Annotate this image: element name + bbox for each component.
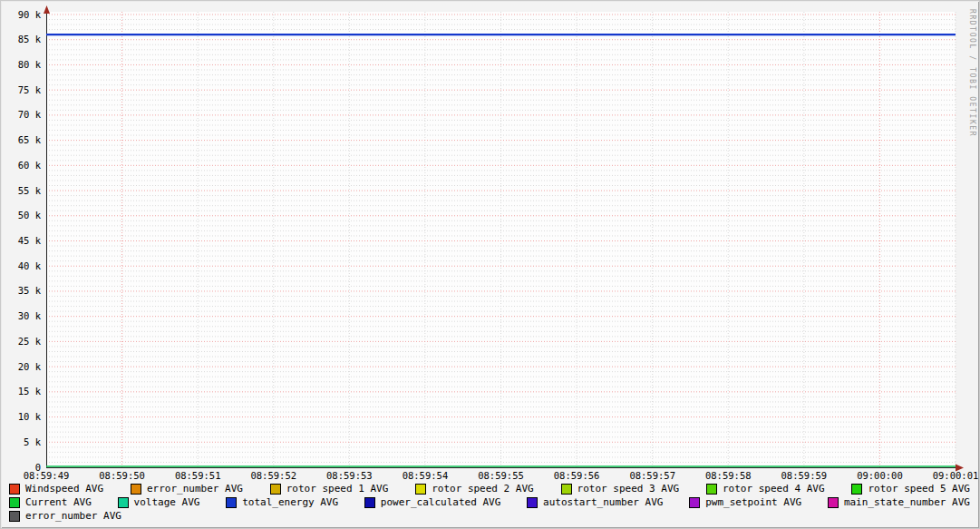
svg-text:60 k: 60 k xyxy=(18,160,42,171)
legend-label: main_state_number AVG xyxy=(844,496,970,508)
legend-color-swatch xyxy=(706,484,717,495)
svg-text:80 k: 80 k xyxy=(18,59,42,70)
svg-text:5 k: 5 k xyxy=(24,436,42,447)
svg-text:75 k: 75 k xyxy=(18,84,42,95)
svg-text:20 k: 20 k xyxy=(18,361,42,372)
svg-text:08:59:52: 08:59:52 xyxy=(250,470,296,481)
legend-item: rotor speed 5 AVG xyxy=(851,483,970,495)
legend-item: rotor speed 2 AVG xyxy=(415,483,534,495)
svg-text:08:59:57: 08:59:57 xyxy=(629,470,675,481)
svg-text:55 k: 55 k xyxy=(18,185,42,196)
svg-text:70 k: 70 k xyxy=(18,109,42,120)
rrdtool-watermark: RRDTOOL / TOBI OETIKER xyxy=(968,9,976,137)
svg-text:65 k: 65 k xyxy=(18,134,42,145)
legend-item: Windspeed AVG xyxy=(9,483,103,495)
legend-color-swatch xyxy=(828,497,839,508)
legend-row: Windspeed AVGerror_number AVGrotor speed… xyxy=(1,482,979,495)
legend-label: voltage AVG xyxy=(134,496,200,508)
legend-color-swatch xyxy=(270,484,281,495)
rrdtool-graph: 05 k10 k15 k20 k25 k30 k35 k40 k45 k50 k… xyxy=(0,0,980,529)
legend-label: Current AVG xyxy=(25,496,92,508)
legend-label: error_number AVG xyxy=(25,510,121,522)
svg-text:08:59:50: 08:59:50 xyxy=(99,470,145,481)
svg-text:08:59:53: 08:59:53 xyxy=(326,470,373,481)
legend-label: total_energy AVG xyxy=(242,496,338,508)
legend-color-swatch xyxy=(689,497,700,508)
legend-row: Current AVGvoltage AVGtotal_energy AVGpo… xyxy=(1,495,979,509)
legend-item: rotor speed 4 AVG xyxy=(706,483,825,495)
graph-canvas: 05 k10 k15 k20 k25 k30 k35 k40 k45 k50 k… xyxy=(1,1,980,483)
legend-item: voltage AVG xyxy=(118,496,200,508)
legend-item: pwm_setpoint AVG xyxy=(689,496,801,508)
legend-label: autostart_number AVG xyxy=(543,496,663,508)
legend-item: Current AVG xyxy=(9,496,92,508)
legend-row: error_number AVG xyxy=(1,509,979,523)
legend-label: rotor speed 1 AVG xyxy=(286,483,389,495)
svg-text:09:00:01: 09:00:01 xyxy=(933,470,979,481)
legend-color-swatch xyxy=(851,484,862,495)
legend-item: error_number AVG xyxy=(131,483,243,495)
legend-color-swatch xyxy=(9,484,20,495)
legend-item: power_calculated AVG xyxy=(364,496,500,508)
svg-text:50 k: 50 k xyxy=(18,210,42,220)
legend-color-swatch xyxy=(527,497,538,508)
svg-text:08:59:58: 08:59:58 xyxy=(705,470,752,481)
legend-item: main_state_number AVG xyxy=(828,496,970,508)
svg-text:45 k: 45 k xyxy=(18,235,42,246)
svg-text:09:00:00: 09:00:00 xyxy=(857,470,903,481)
svg-text:08:59:49: 08:59:49 xyxy=(24,470,70,481)
svg-text:08:59:55: 08:59:55 xyxy=(478,470,524,481)
legend-color-swatch xyxy=(9,511,20,522)
legend-label: rotor speed 3 AVG xyxy=(577,483,680,495)
legend-color-swatch xyxy=(364,497,375,508)
svg-text:25 k: 25 k xyxy=(18,336,42,347)
svg-text:08:59:56: 08:59:56 xyxy=(554,470,600,481)
svg-text:08:59:54: 08:59:54 xyxy=(403,470,449,481)
svg-text:40 k: 40 k xyxy=(18,260,42,271)
svg-text:10 k: 10 k xyxy=(18,411,42,422)
legend-item: error_number AVG xyxy=(9,510,121,522)
legend-label: error_number AVG xyxy=(147,483,243,495)
legend-label: rotor speed 2 AVG xyxy=(432,483,534,495)
svg-text:85 k: 85 k xyxy=(18,34,42,44)
svg-text:08:59:59: 08:59:59 xyxy=(781,470,828,481)
svg-text:30 k: 30 k xyxy=(18,310,42,321)
legend-color-swatch xyxy=(118,497,129,508)
legend-color-swatch xyxy=(415,484,426,495)
legend-item: total_energy AVG xyxy=(226,496,338,508)
legend-item: autostart_number AVG xyxy=(527,496,663,508)
legend-item: rotor speed 3 AVG xyxy=(561,483,680,495)
svg-text:90 k: 90 k xyxy=(18,9,42,20)
legend-color-swatch xyxy=(9,497,20,508)
svg-text:15 k: 15 k xyxy=(18,386,42,397)
legend-label: rotor speed 5 AVG xyxy=(868,483,970,495)
legend-color-swatch xyxy=(561,484,572,495)
svg-text:35 k: 35 k xyxy=(18,285,42,296)
svg-text:08:59:51: 08:59:51 xyxy=(175,470,221,481)
legend-label: power_calculated AVG xyxy=(381,496,500,508)
legend-color-swatch xyxy=(131,484,141,495)
legend-label: pwm_setpoint AVG xyxy=(705,496,801,508)
legend-label: rotor speed 4 AVG xyxy=(723,483,825,495)
legend-label: Windspeed AVG xyxy=(25,483,103,495)
legend: Windspeed AVGerror_number AVGrotor speed… xyxy=(1,482,979,523)
legend-color-swatch xyxy=(226,497,237,508)
legend-item: rotor speed 1 AVG xyxy=(270,483,389,495)
